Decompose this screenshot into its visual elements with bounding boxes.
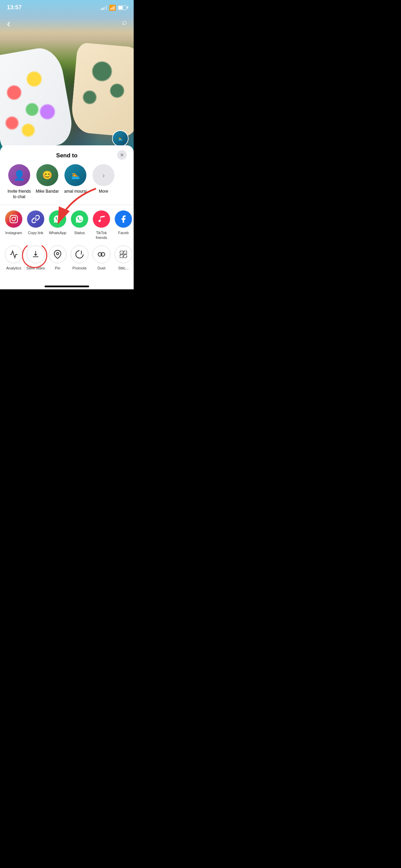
friend-amal[interactable]: 🏊 amal moursi bbox=[61, 164, 89, 194]
amal-name: amal moursi bbox=[64, 189, 86, 194]
whatsapp-label: WhatsApp bbox=[49, 230, 66, 235]
facebook-icon bbox=[114, 210, 132, 228]
apps-row-2: Analytics Save video Pin bbox=[0, 245, 134, 276]
apps-row-1: Instagram Copy link WhatsApp bbox=[0, 210, 134, 245]
home-indicator bbox=[45, 286, 89, 287]
promote-item[interactable]: Promote bbox=[69, 245, 90, 270]
profile-avatar[interactable]: 🏊 bbox=[112, 130, 129, 147]
instagram-share[interactable]: Instagram bbox=[3, 210, 25, 235]
analytics-label: Analytics bbox=[6, 266, 21, 270]
duet-label: Duet bbox=[97, 266, 105, 270]
tiktok-friends-share[interactable]: TikTok friends bbox=[90, 210, 112, 240]
more-label: More bbox=[99, 189, 108, 194]
tiktok-friends-icon bbox=[93, 210, 110, 228]
stitch-label: Stitc... bbox=[118, 266, 129, 270]
back-button[interactable]: ‹ bbox=[7, 17, 11, 30]
svg-rect-7 bbox=[124, 251, 127, 254]
duet-item[interactable]: Duet bbox=[90, 245, 112, 270]
signal-icon bbox=[101, 5, 107, 10]
status-bar: 13:57 📶 bbox=[0, 0, 134, 15]
save-video-item[interactable]: Save video bbox=[25, 245, 47, 270]
sheet-title: Send to bbox=[56, 152, 77, 159]
svg-rect-0 bbox=[10, 215, 17, 223]
more-avatar: › bbox=[93, 164, 114, 186]
search-button[interactable]: ⌕ bbox=[122, 17, 127, 27]
svg-rect-8 bbox=[120, 255, 123, 258]
pin-label: Pin bbox=[55, 266, 60, 270]
mike-name: Mike Bandar bbox=[36, 189, 59, 194]
pin-item[interactable]: Pin bbox=[47, 245, 69, 270]
send-to-sheet: Send to ✕ 👤 Invite friends to chat 😊 Mik… bbox=[0, 145, 134, 289]
chevron-right-icon: › bbox=[102, 171, 105, 179]
pin-icon bbox=[49, 245, 66, 263]
add-person-icon: 👤 bbox=[13, 170, 25, 181]
status-share[interactable]: Status bbox=[69, 210, 90, 235]
mike-avatar: 😊 bbox=[36, 164, 58, 186]
stitch-item[interactable]: Stitc... bbox=[112, 245, 134, 270]
friend-mike[interactable]: 😊 Mike Bandar bbox=[33, 164, 61, 194]
whatsapp-share[interactable]: WhatsApp bbox=[47, 210, 69, 235]
facebook-label: Faceb bbox=[118, 230, 129, 235]
close-button[interactable]: ✕ bbox=[117, 150, 127, 160]
stitch-icon bbox=[114, 245, 132, 263]
more-item[interactable]: › More bbox=[89, 164, 118, 194]
instagram-label: Instagram bbox=[5, 230, 22, 235]
copy-link-share[interactable]: Copy link bbox=[25, 210, 47, 235]
status-label: Status bbox=[74, 230, 85, 235]
status-icon bbox=[71, 210, 88, 228]
save-video-icon bbox=[27, 245, 45, 263]
amal-avatar: 🏊 bbox=[64, 164, 86, 186]
divider bbox=[0, 205, 134, 205]
copy-link-icon bbox=[27, 210, 45, 228]
sheet-header: Send to ✕ bbox=[0, 145, 134, 164]
duet-icon bbox=[93, 245, 110, 263]
status-time: 13:57 bbox=[7, 4, 22, 11]
svg-point-2 bbox=[15, 217, 16, 218]
svg-rect-6 bbox=[120, 251, 123, 254]
save-video-label: Save video bbox=[26, 266, 45, 270]
whatsapp-icon bbox=[49, 210, 66, 228]
instagram-icon bbox=[5, 210, 23, 228]
analytics-icon bbox=[5, 245, 23, 263]
svg-point-1 bbox=[12, 217, 16, 221]
tiktok-friends-label: TikTok friends bbox=[96, 230, 107, 240]
invite-label: Invite friends to chat bbox=[8, 189, 31, 200]
status-icons: 📶 bbox=[101, 4, 127, 11]
svg-point-3 bbox=[57, 252, 59, 255]
analytics-item[interactable]: Analytics bbox=[3, 245, 25, 270]
invite-avatar: 👤 bbox=[8, 164, 30, 186]
promote-label: Promote bbox=[72, 266, 87, 270]
facebook-share[interactable]: Faceb bbox=[112, 210, 134, 235]
invite-friends-item[interactable]: 👤 Invite friends to chat bbox=[5, 164, 33, 200]
promote-icon bbox=[71, 245, 88, 263]
battery-icon bbox=[118, 5, 127, 10]
svg-rect-9 bbox=[124, 255, 127, 258]
copy-link-label: Copy link bbox=[28, 230, 43, 235]
wifi-icon: 📶 bbox=[109, 4, 116, 11]
friends-row: 👤 Invite friends to chat 😊 Mike Bandar 🏊… bbox=[0, 164, 134, 205]
